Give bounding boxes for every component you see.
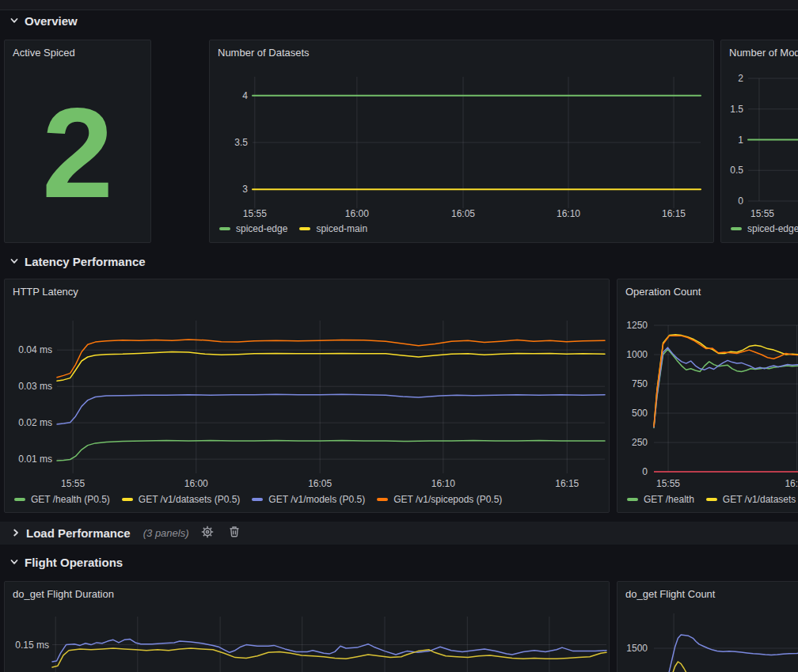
y-axis-tick-label: 0 [618, 465, 648, 478]
legend-item[interactable]: GET /v1/datasets [706, 494, 796, 505]
legend-swatch [299, 227, 310, 230]
panel-title: Active Spiced [5, 40, 150, 59]
legend-swatch [14, 498, 25, 501]
legend-label: spiced-edge [236, 223, 287, 234]
row-delete-button[interactable] [226, 525, 243, 542]
y-axis-tick-label: 0.03 ms [5, 380, 52, 393]
legend-item[interactable]: GET /v1/models (P0.5) [252, 494, 365, 505]
x-axis-tick-label: 15:55 [233, 207, 277, 220]
panel-number-of-datasets: Number of Datasets 43.5315:5516:0016:051… [209, 40, 714, 243]
y-axis-tick-label: 1250 [618, 319, 648, 332]
http-latency-chart: 0.04 ms0.03 ms0.02 ms0.01 ms15:5516:0016… [5, 279, 609, 512]
x-axis-tick-label: 15:55 [51, 477, 95, 490]
x-axis-tick-label: 16:05 [298, 477, 342, 490]
legend-swatch [731, 227, 742, 230]
y-axis-tick-label: 0.02 ms [5, 416, 52, 429]
y-axis-tick-label: 1000 [618, 348, 648, 361]
y-axis-tick-label: 750 [618, 378, 648, 390]
panel-title: HTTP Latency [5, 279, 609, 298]
section-label: Overview [25, 14, 78, 28]
legend-item[interactable]: GET /health (P0.5) [14, 494, 110, 505]
x-axis-tick-label: 16:10 [546, 207, 591, 220]
legend-label: GET /v1/datasets [723, 494, 796, 505]
y-axis-tick-label: 1 [721, 134, 743, 146]
x-axis-tick-label: 16:15 [545, 477, 589, 490]
panel-do-get-flight-duration: do_get Flight Duration 0.15 ms [4, 581, 610, 672]
legend-swatch [627, 498, 638, 501]
panel-title: Operation Count [618, 279, 798, 298]
operation-count-chart: 12501000750500250015:5516:00GET /healthG… [618, 279, 798, 512]
legend-item[interactable]: GET /v1/datasets (P0.5) [122, 494, 241, 505]
y-axis-tick-label: 0.15 ms [5, 639, 49, 651]
legend-label: spiced-main [316, 223, 367, 234]
legend-swatch [377, 498, 388, 501]
section-label: Load Performance [26, 526, 131, 540]
x-axis-tick-label: 16:00 [774, 477, 798, 490]
panel-http-latency: HTTP Latency 0.04 ms0.03 ms0.02 ms0.01 m… [4, 279, 610, 513]
y-axis-tick-label: 250 [618, 436, 648, 449]
section-header-overview[interactable]: Overview [10, 13, 78, 28]
row-settings-button[interactable] [199, 525, 216, 542]
y-axis-tick-label: 3.5 [210, 136, 248, 149]
legend-item[interactable]: spiced-main [299, 223, 367, 234]
legend-label: GET /health [644, 494, 694, 505]
y-axis-tick-label: 0.01 ms [5, 453, 52, 465]
stat-value: 2 [5, 63, 150, 242]
x-axis-tick-label: 16:00 [335, 207, 379, 220]
panel-title: do_get Flight Count [618, 582, 798, 600]
y-axis-tick-label: 1.5 [721, 103, 743, 116]
chevron-down-icon [10, 256, 19, 266]
top-bar [0, 0, 798, 10]
legend-item[interactable]: GET /v1/spicepods (P0.5) [377, 494, 502, 505]
legend-label: GET /health (P0.5) [31, 494, 110, 505]
y-axis-tick-label: 0.5 [721, 164, 743, 177]
y-axis-tick-label: 0.04 ms [5, 344, 52, 356]
chart-legend: spiced-edge [731, 223, 798, 234]
legend-item[interactable]: spiced-edge [219, 223, 287, 234]
chevron-down-icon [10, 557, 19, 567]
y-axis-tick-label: 0 [721, 195, 743, 207]
legend-swatch [122, 498, 133, 501]
legend-item[interactable]: GET /health [627, 494, 694, 505]
datasets-chart: 43.5315:5516:0016:0516:1016:15spiced-edg… [210, 40, 713, 242]
gear-icon [201, 526, 214, 541]
x-axis-tick-label: 15:55 [740, 207, 785, 220]
x-axis-tick-label: 16:15 [652, 207, 696, 220]
legend-swatch [219, 227, 230, 230]
section-label: Flight Operations [25, 556, 123, 569]
x-axis-tick-label: 16:00 [174, 477, 218, 490]
legend-label: GET /v1/datasets (P0.5) [139, 494, 241, 505]
chevron-right-icon [11, 526, 21, 541]
x-axis-tick-label: 16:10 [421, 477, 466, 490]
legend-swatch [252, 498, 263, 501]
section-header-flight-operations[interactable]: Flight Operations [10, 554, 123, 570]
x-axis-tick-label: 16:05 [441, 207, 485, 220]
chevron-down-icon [10, 16, 19, 25]
y-axis-tick-label: 3 [210, 183, 248, 196]
panel-title: Number of Models [721, 40, 798, 59]
panel-do-get-flight-count: do_get Flight Count 1500 [617, 581, 798, 672]
legend-item[interactable]: spiced-edge [731, 223, 798, 234]
chart-legend: spiced-edgespiced-main [219, 223, 367, 234]
y-axis-tick-label: 2 [721, 72, 743, 85]
section-label: Latency Performance [25, 255, 146, 268]
trash-icon [229, 526, 240, 541]
legend-label: spiced-edge [747, 223, 798, 234]
y-axis-tick-label: 4 [210, 89, 248, 102]
panel-operation-count: Operation Count 12501000750500250015:551… [617, 279, 798, 513]
section-header-latency-performance[interactable]: Latency Performance [10, 253, 146, 269]
panel-title: do_get Flight Duration [5, 582, 609, 600]
chart-legend: GET /healthGET /v1/datasets [627, 494, 796, 505]
section-header-load-performance[interactable]: Load Performance (3 panels) [0, 522, 798, 545]
y-axis-tick-label: 1500 [618, 642, 648, 655]
x-axis-tick-label: 15:55 [646, 477, 690, 490]
models-chart: 21.510.5015:55spiced-edge [721, 40, 798, 242]
legend-label: GET /v1/models (P0.5) [268, 494, 365, 505]
chart-legend: GET /health (P0.5)GET /v1/datasets (P0.5… [14, 494, 502, 505]
panel-title: Number of Datasets [210, 40, 713, 59]
panel-active-spiced: Active Spiced 2 [4, 40, 151, 243]
legend-label: GET /v1/spicepods (P0.5) [393, 494, 502, 505]
panel-count-label: (3 panels) [143, 527, 189, 539]
y-axis-tick-label: 500 [618, 407, 648, 420]
panel-number-of-models: Number of Models 21.510.5015:55spiced-ed… [720, 40, 798, 243]
